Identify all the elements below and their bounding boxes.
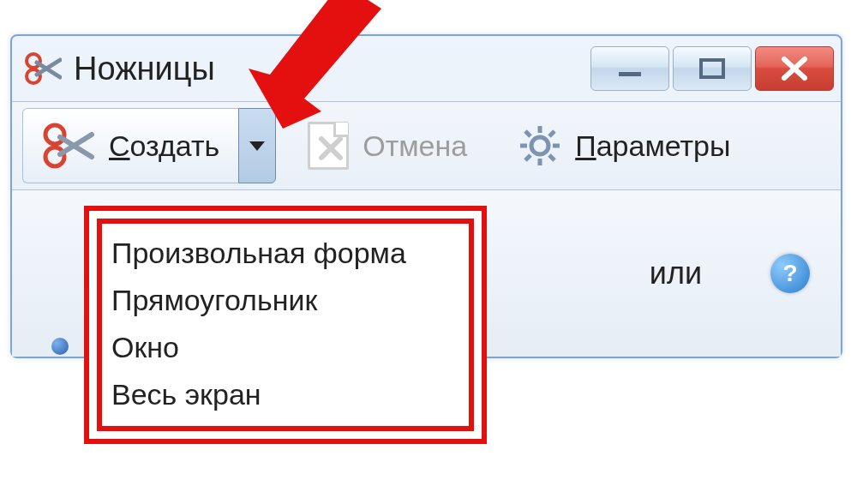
- dropdown-item-freeform[interactable]: Произвольная форма: [111, 230, 459, 277]
- window-controls: [590, 46, 834, 91]
- dropdown-item-fullscreen[interactable]: Весь экран: [111, 371, 459, 418]
- gear-icon: [518, 124, 561, 167]
- dropdown-item-rectangle[interactable]: Прямоугольник: [111, 277, 459, 324]
- svg-line-12: [525, 131, 530, 136]
- bullet-icon: [51, 338, 69, 355]
- svg-point-7: [531, 137, 548, 154]
- parameters-button[interactable]: Параметры: [499, 123, 750, 168]
- help-icon[interactable]: ?: [770, 254, 810, 293]
- maximize-button[interactable]: [673, 46, 752, 91]
- svg-marker-0: [249, 0, 381, 129]
- svg-line-15: [525, 155, 530, 160]
- create-label: Создать: [109, 129, 219, 163]
- dropdown-item-window[interactable]: Окно: [111, 324, 459, 371]
- create-button[interactable]: Создать: [22, 108, 238, 183]
- svg-line-14: [549, 131, 554, 136]
- partial-visible-text: или: [650, 255, 702, 291]
- create-dropdown-menu: Произвольная форма Прямоугольник Окно Ве…: [84, 206, 487, 444]
- scissors-app-icon: [24, 50, 62, 87]
- annotation-arrow: [223, 0, 411, 175]
- title-left: Ножницы: [24, 50, 215, 87]
- svg-rect-3: [619, 72, 641, 76]
- scissors-icon: [42, 119, 95, 172]
- minimize-button[interactable]: [590, 46, 669, 91]
- titlebar: Ножницы: [12, 36, 841, 101]
- svg-point-6: [45, 147, 64, 166]
- parameters-label: Параметры: [575, 129, 730, 163]
- close-button[interactable]: [755, 46, 834, 91]
- window-title: Ножницы: [74, 51, 215, 87]
- svg-rect-4: [701, 60, 723, 77]
- svg-point-5: [45, 125, 64, 144]
- toolbar: Создать Отмена: [12, 101, 841, 190]
- svg-line-13: [549, 155, 554, 160]
